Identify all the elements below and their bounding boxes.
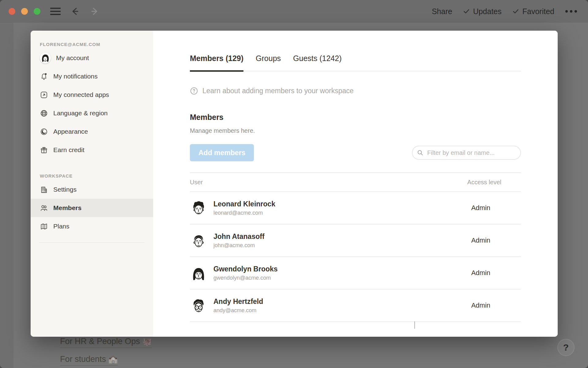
check-icon [463,8,470,15]
member-name: Leonard Kleinrock [213,200,275,209]
member-email: leonard@acme.com [213,210,275,216]
members-section-title: Members [190,113,521,122]
template-link-hr-people-ops[interactable]: For HR & People Ops 🐙 [60,337,152,348]
school-emoji: 🏫 [108,355,118,363]
updates-button[interactable]: Updates [463,7,502,16]
sidebar-item-appearance[interactable]: Appearance [31,122,153,141]
sidebar-item-my-notifications[interactable]: My notifications [31,67,153,86]
question-mark-icon: ? [563,342,569,353]
forward-icon[interactable] [89,6,100,17]
moon-icon [40,128,48,136]
filter-input[interactable] [412,146,521,160]
sidebar-item-my-connected-apps[interactable]: My connected apps [31,86,153,104]
table-row[interactable]: Andy Hertzfeld andy@acme.com Admin [190,289,521,322]
window-toolbar: Share Updates Favorited [0,0,588,23]
traffic-lights [9,8,40,15]
octopus-emoji: 🐙 [142,337,152,346]
sidebar-item-plans[interactable]: Plans [31,217,153,236]
link-label: For HR & People Ops [60,337,140,346]
sidebar-item-label: Settings [53,186,77,193]
column-header-access-level: Access level [395,173,521,192]
gift-icon [40,146,48,154]
tab-groups[interactable]: Groups [256,54,281,71]
share-label: Share [432,7,452,16]
bell-icon [40,72,48,81]
zoom-window-icon[interactable] [34,8,40,15]
avatar [190,199,207,217]
avatar [190,264,207,282]
avatar [190,297,207,314]
sidebar-item-my-account[interactable]: My account [31,49,153,67]
settings-modal: FLORENCE@ACME.COM My account [31,31,558,337]
member-name: Gwendolyn Brooks [213,265,278,274]
user-avatar [40,52,51,63]
help-button[interactable]: ? [557,339,575,356]
sidebar-item-label: Earn credit [53,146,85,154]
access-level-value[interactable]: Admin [395,192,521,224]
sidebar-item-label: Members [53,204,81,212]
favorited-button[interactable]: Favorited [512,7,554,16]
member-email: andy@acme.com [213,307,263,314]
question-circle-icon [190,87,198,95]
map-icon [40,222,48,231]
add-members-button[interactable]: Add members [190,144,254,161]
people-icon [40,204,48,212]
sidebar-divider [39,242,145,243]
learn-about-members-link[interactable]: Learn about adding members to your works… [190,87,521,95]
member-filter [412,146,521,160]
workspace-header: WORKSPACE [31,173,153,178]
building-icon [40,186,48,194]
sidebar-item-label: Language & region [53,109,108,117]
template-link-for-students[interactable]: For students 🏫 [60,355,118,366]
link-label: For students [60,355,106,364]
learn-link-label: Learn about adding members to your works… [202,87,354,95]
globe-icon [40,109,48,117]
table-row[interactable]: Leonard Kleinrock leonard@acme.com Admin [190,192,521,224]
sidebar-item-label: My connected apps [53,91,109,98]
share-button[interactable]: Share [432,7,452,16]
dimmed-page-sidebar-edge [0,23,13,368]
tab-bar: Members (129) Groups Guests (1242) [190,54,521,71]
more-options-icon[interactable] [565,8,578,14]
table-row[interactable]: John Atanasoff john@acme.com Admin [190,224,521,257]
members-table: User Access level [190,172,521,322]
member-name: John Atanasoff [213,232,265,241]
sidebar-item-label: Appearance [53,128,88,135]
sidebar-item-members[interactable]: Members [31,199,153,217]
access-level-value[interactable]: Admin [395,224,521,257]
text-cursor-artifact [414,321,415,329]
check-icon [512,8,519,15]
search-icon [417,149,424,156]
sidebar-item-earn-credit[interactable]: Earn credit [31,141,153,159]
member-email: john@acme.com [213,242,265,249]
settings-sidebar: FLORENCE@ACME.COM My account [31,31,153,337]
minimize-window-icon[interactable] [21,8,28,15]
sidebar-item-settings[interactable]: Settings [31,180,153,199]
access-level-value[interactable]: Admin [395,289,521,322]
tab-members[interactable]: Members (129) [190,54,243,71]
members-panel: Members (129) Groups Guests (1242) Learn… [153,31,558,337]
column-header-user: User [190,173,395,192]
members-section-subtitle: Manage members here. [190,127,521,134]
sidebar-item-label: My notifications [53,73,98,80]
access-level-value[interactable]: Admin [395,257,521,289]
back-icon[interactable] [70,6,80,17]
tab-guests[interactable]: Guests (1242) [293,54,341,71]
app-window: Share Updates Favorited For HR & People … [0,0,588,368]
favorited-label: Favorited [522,7,554,16]
close-window-icon[interactable] [9,8,15,15]
menu-icon[interactable] [50,8,61,15]
sidebar-item-label: My account [56,54,89,62]
sidebar-item-label: Plans [53,223,70,230]
updates-label: Updates [473,7,502,16]
account-email-header: FLORENCE@ACME.COM [31,42,153,47]
arrow-up-right-square-icon [40,91,48,99]
avatar [190,232,207,249]
member-email: gwendolyn@acme.com [213,275,278,281]
sidebar-item-language-region[interactable]: Language & region [31,104,153,122]
member-name: Andy Hertzfeld [213,297,263,306]
table-row[interactable]: Gwendolyn Brooks gwendolyn@acme.com Admi… [190,257,521,289]
